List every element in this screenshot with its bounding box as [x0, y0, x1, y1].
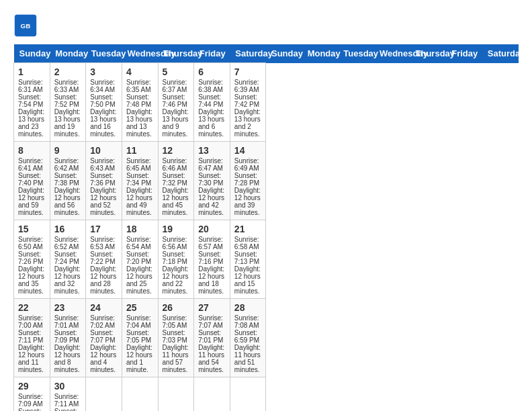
- table-row: 24Sunrise: 7:02 AMSunset: 7:07 PMDayligh…: [86, 299, 122, 377]
- header-friday: Friday: [446, 44, 482, 63]
- sunrise-text: Sunrise: 6:49 AM: [234, 157, 259, 172]
- sunrise-text: Sunrise: 7:01 AM: [54, 314, 79, 329]
- daylight-text: Daylight: 12 hours and 59 minutes.: [18, 187, 44, 216]
- header-thursday: Thursday: [158, 44, 194, 63]
- sunrise-text: Sunrise: 6:38 AM: [198, 79, 223, 93]
- sunrise-text: Sunrise: 6:43 AM: [90, 157, 115, 172]
- table-row: 5Sunrise: 6:37 AMSunset: 7:46 PMDaylight…: [158, 63, 194, 142]
- sunset-text: Sunset: 7:34 PM: [126, 172, 151, 187]
- sunset-text: Sunset: 7:24 PM: [54, 250, 79, 265]
- table-row: [158, 377, 194, 412]
- sunset-text: Sunset: 7:11 PM: [18, 329, 43, 344]
- header-tuesday: Tuesday: [338, 44, 374, 63]
- table-row: 27Sunrise: 7:07 AMSunset: 7:01 PMDayligh…: [194, 299, 230, 377]
- sunrise-text: Sunrise: 6:47 AM: [198, 157, 223, 172]
- sunset-text: Sunset: 6:57 PM: [18, 408, 43, 411]
- table-row: [194, 377, 230, 412]
- daylight-text: Daylight: 13 hours and 6 minutes.: [198, 108, 224, 138]
- day-number: 22: [18, 302, 46, 313]
- table-row: 21Sunrise: 6:58 AMSunset: 7:13 PMDayligh…: [230, 220, 266, 299]
- table-row: 7Sunrise: 6:39 AMSunset: 7:42 PMDaylight…: [230, 63, 266, 142]
- daylight-text: Daylight: 12 hours and 56 minutes.: [54, 187, 81, 216]
- calendar-header-row: SundayMondayTuesdayWednesdayThursdayFrid…: [14, 44, 519, 63]
- header-sunday: Sunday: [14, 44, 50, 63]
- table-row: 11Sunrise: 6:45 AMSunset: 7:34 PMDayligh…: [122, 142, 158, 220]
- daylight-text: Daylight: 13 hours and 19 minutes.: [54, 108, 81, 138]
- day-number: 24: [90, 302, 118, 313]
- sunrise-text: Sunrise: 7:02 AM: [90, 314, 115, 329]
- header-wednesday: Wednesday: [122, 44, 158, 63]
- table-row: 1Sunrise: 6:31 AMSunset: 7:54 PMDaylight…: [14, 63, 50, 142]
- sunrise-text: Sunrise: 6:34 AM: [90, 79, 115, 93]
- sunset-text: Sunset: 7:40 PM: [18, 172, 43, 187]
- day-number: 19: [163, 224, 190, 234]
- daylight-text: Daylight: 12 hours and 8 minutes.: [54, 344, 81, 373]
- sunrise-text: Sunrise: 7:04 AM: [126, 314, 151, 329]
- sunrise-text: Sunrise: 6:37 AM: [163, 79, 187, 93]
- sunset-text: Sunset: 7:03 PM: [163, 329, 187, 344]
- sunset-text: Sunset: 7:13 PM: [234, 250, 259, 265]
- day-number: 14: [234, 145, 262, 156]
- header-saturday: Saturday: [230, 44, 266, 63]
- daylight-text: Daylight: 11 hours and 54 minutes.: [198, 344, 224, 373]
- daylight-text: Daylight: 12 hours and 11 minutes.: [18, 344, 44, 373]
- table-row: 29Sunrise: 7:09 AMSunset: 6:57 PMDayligh…: [14, 377, 50, 412]
- day-number: 2: [54, 66, 82, 77]
- table-row: 6Sunrise: 6:38 AMSunset: 7:44 PMDaylight…: [194, 63, 230, 142]
- daylight-text: Daylight: 12 hours and 28 minutes.: [90, 265, 116, 295]
- sunset-text: Sunset: 7:28 PM: [234, 172, 259, 187]
- daylight-text: Daylight: 13 hours and 16 minutes.: [90, 108, 116, 138]
- table-row: 25Sunrise: 7:04 AMSunset: 7:05 PMDayligh…: [122, 299, 158, 377]
- day-number: 20: [198, 224, 226, 234]
- sunset-text: Sunset: 7:26 PM: [18, 250, 43, 265]
- sunset-text: Sunset: 7:22 PM: [90, 250, 115, 265]
- sunrise-text: Sunrise: 6:52 AM: [54, 236, 79, 250]
- day-number: 12: [163, 145, 190, 156]
- table-row: 26Sunrise: 7:05 AMSunset: 7:03 PMDayligh…: [158, 299, 194, 377]
- table-row: 22Sunrise: 7:00 AMSunset: 7:11 PMDayligh…: [14, 299, 50, 377]
- sunset-text: Sunset: 7:48 PM: [126, 93, 151, 108]
- sunrise-text: Sunrise: 6:56 AM: [163, 236, 187, 250]
- daylight-text: Daylight: 13 hours and 2 minutes.: [234, 108, 261, 138]
- logo: GB: [13, 13, 42, 38]
- table-row: 2Sunrise: 6:33 AMSunset: 7:52 PMDaylight…: [50, 63, 86, 142]
- day-number: 16: [54, 224, 82, 234]
- table-row: 10Sunrise: 6:43 AMSunset: 7:36 PMDayligh…: [86, 142, 122, 220]
- table-row: [230, 377, 266, 412]
- daylight-text: Daylight: 12 hours and 45 minutes.: [163, 187, 189, 216]
- day-number: 1: [18, 66, 46, 77]
- table-row: 23Sunrise: 7:01 AMSunset: 7:09 PMDayligh…: [50, 299, 86, 377]
- daylight-text: Daylight: 13 hours and 13 minutes.: [126, 108, 152, 138]
- sunrise-text: Sunrise: 6:54 AM: [126, 236, 151, 250]
- table-row: 20Sunrise: 6:57 AMSunset: 7:16 PMDayligh…: [194, 220, 230, 299]
- table-row: 9Sunrise: 6:42 AMSunset: 7:38 PMDaylight…: [50, 142, 86, 220]
- day-number: 9: [54, 145, 82, 156]
- day-number: 28: [234, 302, 262, 313]
- sunrise-text: Sunrise: 7:11 AM: [54, 393, 79, 408]
- table-row: 14Sunrise: 6:49 AMSunset: 7:28 PMDayligh…: [230, 142, 266, 220]
- sunrise-text: Sunrise: 6:31 AM: [18, 79, 43, 93]
- sunset-text: Sunset: 7:18 PM: [163, 250, 187, 265]
- sunset-text: Sunset: 7:46 PM: [163, 93, 187, 108]
- sunrise-text: Sunrise: 6:41 AM: [18, 157, 43, 172]
- day-number: 17: [90, 224, 118, 234]
- calendar-week-row: 8Sunrise: 6:41 AMSunset: 7:40 PMDaylight…: [14, 142, 519, 220]
- table-row: 28Sunrise: 7:08 AMSunset: 6:59 PMDayligh…: [230, 299, 266, 377]
- header-thursday: Thursday: [410, 44, 447, 63]
- sunset-text: Sunset: 7:16 PM: [198, 250, 223, 265]
- sunrise-text: Sunrise: 6:39 AM: [234, 79, 259, 93]
- day-number: 5: [163, 66, 190, 77]
- daylight-text: Daylight: 12 hours and 1 minute.: [126, 344, 152, 373]
- sunset-text: Sunset: 7:42 PM: [234, 93, 259, 108]
- header-monday: Monday: [302, 44, 339, 63]
- header-friday: Friday: [194, 44, 230, 63]
- sunrise-text: Sunrise: 7:07 AM: [198, 314, 223, 329]
- calendar-week-row: 1Sunrise: 6:31 AMSunset: 7:54 PMDaylight…: [14, 63, 519, 142]
- table-row: 17Sunrise: 6:53 AMSunset: 7:22 PMDayligh…: [86, 220, 122, 299]
- day-number: 4: [126, 66, 154, 77]
- day-number: 10: [90, 145, 118, 156]
- sunrise-text: Sunrise: 6:58 AM: [234, 236, 259, 250]
- header-saturday: Saturday: [482, 44, 519, 63]
- table-row: 4Sunrise: 6:35 AMSunset: 7:48 PMDaylight…: [122, 63, 158, 142]
- day-number: 11: [126, 145, 154, 156]
